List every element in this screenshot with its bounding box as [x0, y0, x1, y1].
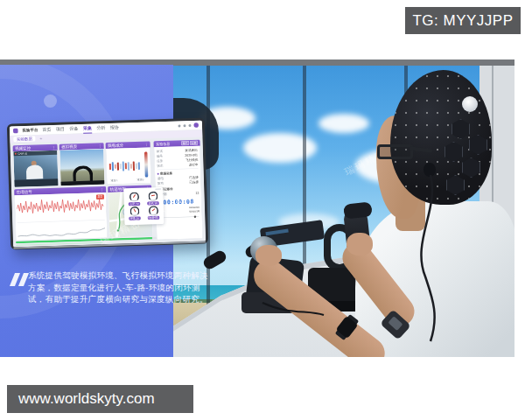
playback-slider[interactable] — [158, 215, 200, 219]
topo-panel: 脑电成分⋮ — [106, 141, 151, 185]
gauge-spo2: 血氧98 — [144, 192, 162, 206]
app-logo — [13, 129, 18, 134]
panel-title: 实验信息 — [156, 141, 170, 146]
color-scale-bar — [144, 152, 148, 178]
cockpit-dash — [60, 180, 104, 186]
divider — [158, 168, 199, 170]
menu-item[interactable]: 项目 — [56, 124, 65, 135]
video-panel-1: 视频监控⋮ CAM 01 — [13, 144, 59, 188]
more-icon[interactable]: ⋮ — [101, 187, 104, 192]
tg-badge-text: TG: MYYJJPP — [412, 12, 513, 30]
menu-item[interactable]: 首页 — [42, 124, 51, 135]
info-row: 眼动已连接 — [158, 179, 199, 186]
gauges-window: 心率72 血氧98 呼吸16 — [123, 187, 164, 225]
rec-dot — [15, 153, 17, 155]
left-hand — [256, 245, 282, 266]
gauge-breath: 呼吸16 — [126, 206, 144, 220]
more-icon[interactable]: ⋮ — [98, 144, 102, 148]
decor-dot — [44, 94, 57, 108]
right-hand — [346, 233, 373, 256]
route-start — [116, 229, 120, 233]
session-clock: 00:00:08 — [158, 198, 200, 206]
monitor-screen: 实验平台 首页 项目 设备 采集 分析 报告 — [10, 121, 206, 248]
cloud — [318, 114, 369, 133]
camera-label: CAM 01 — [18, 152, 27, 155]
alert-badge: 异常 — [96, 194, 104, 200]
help-icon[interactable] — [188, 124, 191, 127]
signal-panel: 生理信号⋮ 异常 — [14, 186, 108, 241]
glasses — [377, 144, 413, 159]
quote-text: 系统提供驾驶模拟环境、飞行模拟环境两种解决方案，数据定量化进行人-车-路-环境的… — [28, 270, 214, 305]
monitor: 实验平台 首页 项目 设备 采集 分析 报告 — [7, 117, 208, 249]
menu-item[interactable]: 设备 — [69, 124, 78, 135]
photo: 瑞玛精密 PERMAX — [0, 60, 514, 357]
info-tab-record[interactable]: 记录 — [190, 141, 198, 145]
gauge-speed: 速度35 — [144, 206, 162, 220]
website-badge: www.worldskyty.com — [7, 385, 193, 413]
eeg-sensor-disc — [462, 96, 478, 112]
trend-line — [18, 221, 106, 241]
notification-icon[interactable] — [178, 124, 180, 127]
menu-item-active[interactable]: 采集 — [83, 123, 92, 134]
flight-yoke — [73, 165, 94, 182]
menu-item[interactable]: 分析 — [96, 123, 105, 134]
settings-icon[interactable] — [183, 124, 186, 127]
more-icon[interactable]: ⋮ — [52, 145, 55, 150]
eeg-waveform — [17, 194, 105, 222]
app-brand: 实验平台 — [22, 127, 38, 133]
dashboard: 实验平台 首页 项目 设备 采集 分析 报告 — [10, 121, 206, 248]
video-panel-2: 模拟视景⋮ — [60, 143, 105, 186]
more-icon[interactable]: ⋮ — [144, 143, 148, 147]
time-row: 当前00:00:08 — [158, 209, 200, 214]
armband-screen — [388, 316, 402, 331]
tab-experiment-data[interactable]: 实验数据 — [13, 136, 35, 143]
toolbar-right — [178, 122, 199, 128]
sim-console — [14, 178, 58, 187]
tg-badge: TG: MYYJJPP — [405, 7, 521, 34]
dashboard-body: 视频监控⋮ CAM 01 — [10, 137, 206, 248]
earpiece — [424, 163, 436, 177]
info-row: 状态进行中 — [157, 162, 198, 168]
info-tab-basic[interactable]: 基本 — [181, 141, 189, 145]
component-strip — [109, 161, 140, 172]
quote-icon — [12, 273, 32, 286]
add-tab-icon[interactable]: ＋ — [38, 136, 43, 142]
subject-torso — [26, 164, 43, 179]
page: TG: MYYJJPP www.worldskyty.com — [0, 0, 525, 420]
website-url: www.worldskyty.com — [18, 390, 155, 408]
topo-legend: 通道A 通道B — [110, 178, 144, 183]
quote-block: 系统提供驾驶模拟环境、飞行模拟环境两种解决方案，数据定量化进行人-车-路-环境的… — [12, 270, 215, 305]
avatar[interactable] — [193, 122, 199, 128]
sim-view — [60, 149, 104, 186]
info-row: 事件数12 — [158, 191, 199, 197]
menu-item[interactable]: 报告 — [110, 122, 119, 133]
gauge-heart-rate: 心率72 — [125, 192, 143, 206]
keyboard-glint — [265, 229, 288, 236]
